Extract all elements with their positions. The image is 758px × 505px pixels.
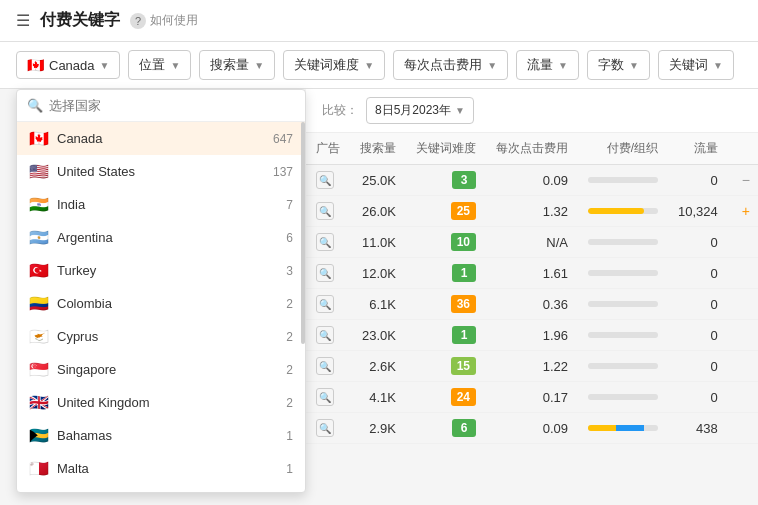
list-item[interactable]: 🇨🇾 Cyprus 2: [17, 320, 305, 353]
col-action: [728, 133, 758, 165]
chevron-down-icon: ▼: [487, 60, 497, 71]
list-item[interactable]: 🇨🇦 Canada 647: [17, 122, 305, 155]
kw-diff-badge: 1: [452, 326, 476, 344]
country-count: 137: [273, 165, 293, 179]
bar-bg: [588, 425, 658, 431]
bar-container: [588, 394, 658, 400]
page-title: 付费关键字: [40, 10, 120, 31]
table-row: 🔍 12.0K 1 1.61 0: [306, 258, 758, 289]
flag-icon: 🇨🇾: [29, 327, 49, 346]
table-row: 🔍 23.0K 1 1.96 0: [306, 320, 758, 351]
ad-icon[interactable]: 🔍: [316, 388, 334, 406]
minus-button[interactable]: −: [738, 172, 754, 188]
kw-diff-badge: 3: [452, 171, 476, 189]
bar-bg: [588, 332, 658, 338]
list-item[interactable]: 🇮🇳 India 7: [17, 188, 305, 221]
country-name: Cyprus: [57, 329, 278, 344]
kw-diff-badge: 25: [451, 202, 476, 220]
cpc-cell: N/A: [486, 227, 578, 258]
hamburger-icon[interactable]: ☰: [16, 11, 30, 30]
table-row: 🔍 2.6K 15 1.22 0: [306, 351, 758, 382]
country-name: Malta: [57, 461, 278, 476]
chevron-down-icon: ▼: [629, 60, 639, 71]
cpc-btn[interactable]: 每次点击费用 ▼: [393, 50, 508, 80]
table-row: 🔍 4.1K 24 0.17 0: [306, 382, 758, 413]
country-count: 1: [286, 462, 293, 476]
list-item[interactable]: 🇺🇸 United States 137: [17, 155, 305, 188]
help-link[interactable]: ? 如何使用: [130, 12, 198, 29]
kw-diff-badge: 10: [451, 233, 476, 251]
main-content: 🔍 🇨🇦 Canada 647 🇺🇸 United States 137 🇮🇳 …: [0, 89, 758, 444]
flag-icon: 🇹🇷: [29, 261, 49, 280]
country-name: United Kingdom: [57, 395, 278, 410]
help-text: 如何使用: [150, 12, 198, 29]
bar-bg: [588, 301, 658, 307]
keyword-label: 关键词: [669, 56, 708, 74]
list-item[interactable]: 🇲🇽 Mexico 1: [17, 485, 305, 492]
compare-date-btn[interactable]: 8日5月2023年 ▼: [366, 97, 474, 124]
search-vol-cell: 2.6K: [350, 351, 406, 382]
country-name: Colombia: [57, 296, 278, 311]
bar-bg: [588, 394, 658, 400]
kw-diff-badge: 24: [451, 388, 476, 406]
ad-icon[interactable]: 🔍: [316, 419, 334, 437]
ad-icon[interactable]: 🔍: [316, 233, 334, 251]
chevron-down-icon: ▼: [455, 105, 465, 116]
list-item[interactable]: 🇨🇴 Colombia 2: [17, 287, 305, 320]
ad-icon[interactable]: 🔍: [316, 357, 334, 375]
search-vol-btn[interactable]: 搜索量 ▼: [199, 50, 275, 80]
country-name: United States: [57, 164, 265, 179]
ad-icon[interactable]: 🔍: [316, 171, 334, 189]
table-row: 🔍 25.0K 3 0.09 0 −: [306, 165, 758, 196]
country-name: Canada: [57, 131, 265, 146]
table-row: 🔍 6.1K 36 0.36 0: [306, 289, 758, 320]
list-item[interactable]: 🇹🇷 Turkey 3: [17, 254, 305, 287]
cpc-cell: 1.96: [486, 320, 578, 351]
list-item[interactable]: 🇦🇷 Argentina 6: [17, 221, 305, 254]
bar-bg: [588, 239, 658, 245]
traffic-cell: 0: [668, 351, 728, 382]
cpc-cell: 0.09: [486, 165, 578, 196]
word-count-btn[interactable]: 字数 ▼: [587, 50, 650, 80]
cpc-cell: 1.22: [486, 351, 578, 382]
traffic-btn[interactable]: 流量 ▼: [516, 50, 579, 80]
list-item[interactable]: 🇸🇬 Singapore 2: [17, 353, 305, 386]
table-row: 🔍 11.0K 10 N/A 0: [306, 227, 758, 258]
scrollbar[interactable]: [301, 122, 305, 344]
kw-diff-btn[interactable]: 关键词难度 ▼: [283, 50, 385, 80]
bar-container: [588, 301, 658, 307]
location-btn[interactable]: 位置 ▼: [128, 50, 191, 80]
flag-icon: 🇮🇳: [29, 195, 49, 214]
ad-icon[interactable]: 🔍: [316, 264, 334, 282]
kw-diff-badge: 15: [451, 357, 476, 375]
country-search-input[interactable]: [49, 98, 295, 113]
ad-icon[interactable]: 🔍: [316, 326, 334, 344]
cpc-cell: 0.17: [486, 382, 578, 413]
flag-icon: 🇦🇷: [29, 228, 49, 247]
chevron-down-icon: ▼: [254, 60, 264, 71]
cpc-cell: 1.61: [486, 258, 578, 289]
country-name: Turkey: [57, 263, 278, 278]
country-btn-label: Canada: [49, 58, 95, 73]
chevron-down-icon: ▼: [364, 60, 374, 71]
plus-button[interactable]: +: [738, 203, 754, 219]
country-dropdown-btn[interactable]: 🇨🇦 Canada ▼: [16, 51, 120, 79]
ad-icon[interactable]: 🔍: [316, 202, 334, 220]
col-cpc: 每次点击费用: [486, 133, 578, 165]
list-item[interactable]: 🇬🇧 United Kingdom 2: [17, 386, 305, 419]
word-count-label: 字数: [598, 56, 624, 74]
cpc-cell: 0.09: [486, 413, 578, 444]
country-dropdown-overlay: 🔍 🇨🇦 Canada 647 🇺🇸 United States 137 🇮🇳 …: [16, 89, 306, 493]
bar-bg: [588, 270, 658, 276]
table-row: 🔍 2.9K 6 0.09 438: [306, 413, 758, 444]
country-name: Singapore: [57, 362, 278, 377]
keyword-btn[interactable]: 关键词 ▼: [658, 50, 734, 80]
bar-fill: [588, 208, 644, 214]
ad-icon[interactable]: 🔍: [316, 295, 334, 313]
data-table: 广告 搜索量 关键词难度 每次点击费用 付费/组织 流量 🔍 25.0K 3 0…: [306, 133, 758, 444]
list-item[interactable]: 🇲🇹 Malta 1: [17, 452, 305, 485]
traffic-cell: 438: [668, 413, 728, 444]
bar-container: [588, 425, 658, 431]
list-item[interactable]: 🇧🇸 Bahamas 1: [17, 419, 305, 452]
traffic-cell: 0: [668, 227, 728, 258]
